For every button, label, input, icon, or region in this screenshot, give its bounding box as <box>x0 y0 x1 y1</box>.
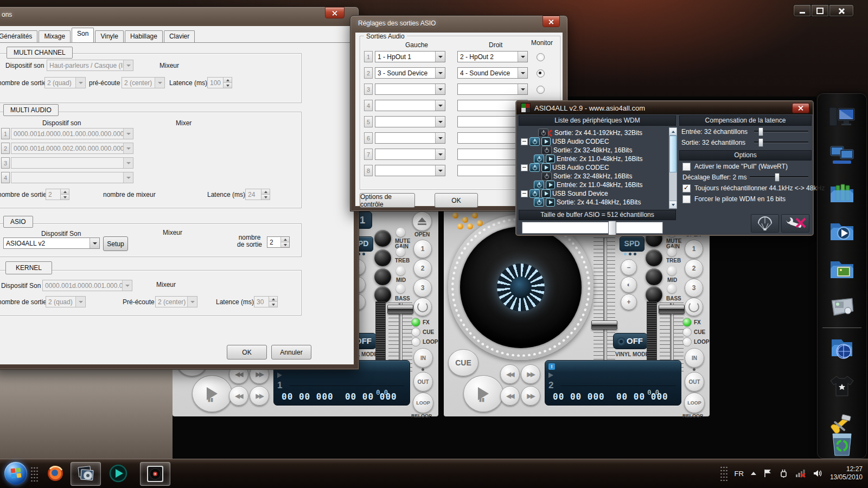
loop-out-button[interactable]: OUT <box>413 372 433 391</box>
dock-item-internet[interactable] <box>826 333 858 363</box>
checkbox-unchecked[interactable] <box>682 163 691 171</box>
dock-item-tshirt[interactable] <box>826 371 858 401</box>
ma-device-combo-1[interactable]: 0000.001d.0000.001.000.000.000.000.000 <box>11 128 133 139</box>
power-icon[interactable] <box>538 129 548 137</box>
scroll-up-icon[interactable] <box>669 128 676 136</box>
loop-in-button[interactable]: IN <box>413 348 433 368</box>
row-1-button[interactable]: 1 <box>1 128 10 139</box>
cancel-button[interactable]: Annuler <box>271 345 311 359</box>
dock-item-audio-console[interactable] <box>826 292 858 322</box>
treble-mini-knob[interactable] <box>667 247 676 256</box>
row-2-button[interactable]: 2 <box>1 143 10 154</box>
multi-audio-section-button[interactable]: MULTI AUDIO <box>3 104 59 116</box>
hotcue-2-button[interactable]: 2 <box>413 259 432 278</box>
row-button[interactable]: 8 <box>364 165 373 176</box>
hotcue-3-button[interactable]: 3 <box>413 279 432 297</box>
out-left-combo-1[interactable]: 1 - HpOut 1 <box>375 51 445 62</box>
resample-option[interactable]: Toujours rééchantillonner 44.1kHz <-> 48… <box>682 184 825 192</box>
close-button[interactable] <box>542 16 560 27</box>
close-button[interactable] <box>325 7 344 18</box>
power-icon[interactable] <box>529 137 540 146</box>
load-defaults-button[interactable] <box>751 214 779 233</box>
monitor-radio-2[interactable] <box>537 69 545 78</box>
loop-led-row[interactable]: LOOP <box>411 337 438 346</box>
ok-button[interactable]: OK <box>435 193 478 208</box>
fx-led-row[interactable]: FX <box>411 318 430 327</box>
pitch-fader-track[interactable] <box>603 237 607 363</box>
out-right-combo-3[interactable] <box>457 84 528 95</box>
bass-knob[interactable] <box>646 286 662 303</box>
mid-mini-knob[interactable] <box>396 266 405 275</box>
hotcue-1-button[interactable]: 1 <box>685 240 703 258</box>
mid-mini-knob[interactable] <box>667 266 676 275</box>
pull-mode-option[interactable]: Activer le mode "Pull" (WaveRT) <box>682 162 788 171</box>
ma-device-combo-2[interactable]: 0000.001d.0000.002.000.000.000.000.000 <box>11 143 133 154</box>
seek-forward-button[interactable]: ▶▶ <box>250 386 269 406</box>
slider-handle[interactable] <box>758 138 763 147</box>
spin-up[interactable] <box>224 78 232 83</box>
treble-knob[interactable] <box>646 249 662 266</box>
row-button[interactable]: 5 <box>364 116 373 127</box>
row-button[interactable]: 2 <box>364 67 373 79</box>
multi-channel-section-button[interactable]: MULTI CHANNEL <box>7 47 73 59</box>
scroll-down-icon[interactable] <box>669 201 676 208</box>
dock-item-pictures[interactable] <box>826 254 858 284</box>
power-icon[interactable] <box>529 163 540 172</box>
bass-mini-knob[interactable] <box>396 284 405 293</box>
ma-device-combo-4[interactable] <box>11 172 133 183</box>
power-icon[interactable] <box>541 146 552 155</box>
hotcue-1-button[interactable]: 1 <box>413 240 432 258</box>
loop-out-button[interactable]: OUT <box>685 372 704 391</box>
ma-device-combo-3[interactable] <box>11 157 133 169</box>
wdm-item-hd-output[interactable]: Sortie: 2x 44.1-192kHz, 32Bits <box>538 129 642 137</box>
play-pause-button[interactable]: ▮▮ <box>463 375 503 412</box>
kernel-device-combo[interactable]: 0000.001d.0000.001.000.000.00 <box>42 280 132 291</box>
ok-button[interactable]: OK <box>227 345 267 359</box>
out-left-combo-5[interactable] <box>375 116 445 127</box>
checkbox-unchecked[interactable] <box>682 195 691 203</box>
reloop-button[interactable]: LOOP <box>684 393 705 413</box>
play-pause-button[interactable]: ▮▮ <box>192 375 232 412</box>
hotcue-3-button[interactable]: 3 <box>685 279 703 297</box>
taskbar-photo-app-button[interactable] <box>71 462 101 486</box>
wdm-item-usb-audio-codec-2[interactable]: USB Audio CODEC <box>521 163 609 172</box>
kernel-precue-combo[interactable]: 2 (center) <box>155 296 197 307</box>
out-left-combo-3[interactable] <box>375 84 445 95</box>
ma-latency-spinner[interactable]: 24 <box>245 189 270 200</box>
dock-item-computer[interactable] <box>826 102 858 132</box>
tab-mixage[interactable]: Mixage <box>39 30 71 42</box>
bass-mini-knob[interactable] <box>667 284 676 293</box>
pitch-plus-button[interactable]: + <box>621 294 637 310</box>
asio-setup-button[interactable]: Setup <box>103 236 128 251</box>
jog-wheel[interactable] <box>448 215 593 360</box>
slider-handle[interactable] <box>775 173 780 182</box>
wdm-subitem-entree[interactable]: Entrée: 2x 11.0-48kHz, 16Bits <box>534 155 643 163</box>
cue-led-row[interactable]: CUE <box>682 328 705 337</box>
treble-mini-knob[interactable] <box>396 247 405 256</box>
treble-knob[interactable] <box>374 249 391 266</box>
checkbox-checked[interactable] <box>682 184 691 192</box>
next-track-button[interactable]: ▶▶ <box>521 364 540 384</box>
loop-mode-button[interactable] <box>685 298 703 316</box>
power-icon[interactable] <box>534 181 544 189</box>
out-left-combo-8[interactable] <box>375 165 445 176</box>
power-icon[interactable] <box>534 198 544 207</box>
vinyl-mode-button[interactable]: OFF <box>613 333 648 349</box>
wdm-subitem-entree[interactable]: Entrée: 2x 11.0-48kHz, 16Bits <box>534 181 643 189</box>
mid-knob[interactable] <box>374 268 391 285</box>
cue-led-row[interactable]: CUE <box>411 328 434 337</box>
clock[interactable]: 12:27 13/05/2010 <box>830 465 863 481</box>
kernel-outputs-combo[interactable]: 2 (quad) <box>46 296 86 307</box>
taskbar-media-player-button[interactable] <box>107 463 129 484</box>
wdm-subitem-sortie[interactable]: Sortie: 2x 32-48kHz, 16Bits <box>541 172 632 181</box>
out-left-combo-6[interactable] <box>375 132 445 144</box>
row-4-button[interactable]: 4 <box>1 172 10 183</box>
start-button[interactable] <box>4 462 27 485</box>
control-options-button[interactable]: Options de contrôle <box>360 193 415 208</box>
monitor-radio-3[interactable] <box>537 86 545 94</box>
scrollbar-thumb[interactable] <box>669 136 676 172</box>
taskbar-dj-app-button[interactable] <box>140 462 170 486</box>
mc-latency-spinner[interactable]: 100 <box>207 77 232 88</box>
collapse-icon[interactable] <box>521 190 528 197</box>
seek-back-button[interactable]: ◀◀ <box>500 386 520 406</box>
